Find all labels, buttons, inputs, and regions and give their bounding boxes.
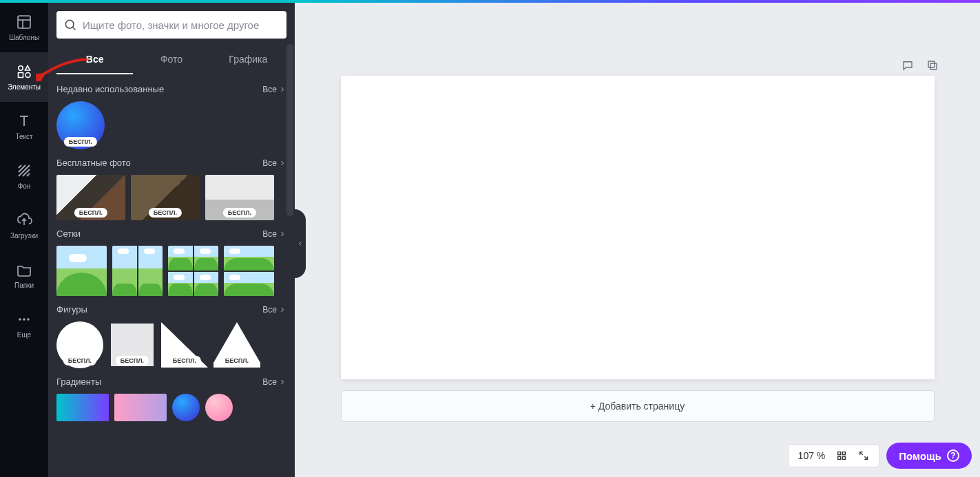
comments-icon[interactable] xyxy=(901,59,914,72)
svg-point-16 xyxy=(27,318,29,320)
add-page-button[interactable]: + Добавить страницу xyxy=(341,390,935,422)
nav-uploads-label: Загрузки xyxy=(10,232,38,240)
help-button[interactable]: Помощь ? xyxy=(886,443,972,469)
nav-folders[interactable]: Папки xyxy=(0,251,48,300)
svg-line-18 xyxy=(73,28,76,30)
nav-background[interactable]: Фон xyxy=(0,151,48,201)
section-free-photos-title: Бесплатные фото xyxy=(56,158,131,168)
gradient-item-1[interactable] xyxy=(56,394,109,421)
nav-text[interactable]: Текст xyxy=(0,102,48,151)
nav-text-label: Текст xyxy=(15,133,32,140)
panel-scroll[interactable]: Недавно использованные Все БЕСПЛ. Бесп xyxy=(48,74,295,477)
grid-thumb xyxy=(56,246,107,296)
gradient-thumb xyxy=(114,394,167,421)
help-icon: ? xyxy=(947,449,959,462)
chevron-right-icon xyxy=(278,159,286,167)
photo-item-1[interactable]: БЕСПЛ. xyxy=(56,175,125,220)
svg-rect-20 xyxy=(928,61,935,67)
free-badge: БЕСПЛ. xyxy=(116,356,149,365)
free-badge: БЕСПЛ. xyxy=(220,356,253,365)
grid-item-2[interactable] xyxy=(112,246,163,296)
svg-rect-22 xyxy=(843,452,846,455)
nav-more[interactable]: Еще xyxy=(0,300,48,350)
collapse-panel-button[interactable] xyxy=(295,209,306,278)
text-icon xyxy=(16,113,32,129)
photo-item-2[interactable]: БЕСПЛ. xyxy=(131,175,200,220)
svg-rect-0 xyxy=(18,16,30,28)
page-toolbar xyxy=(901,59,939,72)
search-input[interactable] xyxy=(83,19,280,31)
section-free-photos: Бесплатные фото Все БЕСПЛ. БЕСПЛ. БЕСПЛ. xyxy=(56,158,286,220)
svg-point-3 xyxy=(19,66,23,70)
free-badge: БЕСПЛ. xyxy=(168,356,201,365)
tab-graphics[interactable]: Графика xyxy=(210,47,286,74)
nav-uploads[interactable]: Загрузки xyxy=(0,201,48,251)
gradient-thumb xyxy=(56,394,109,421)
chevron-right-icon xyxy=(278,306,286,314)
page-canvas[interactable] xyxy=(341,76,935,379)
duplicate-icon[interactable] xyxy=(926,59,939,72)
nav-background-label: Фон xyxy=(18,182,31,190)
section-recent-title: Недавно использованные xyxy=(56,84,164,94)
section-gradients-title: Градиенты xyxy=(56,377,101,387)
gradient-thumb xyxy=(205,394,233,421)
svg-marker-4 xyxy=(25,66,30,71)
free-badge: БЕСПЛ. xyxy=(74,208,107,218)
svg-rect-23 xyxy=(838,456,841,459)
section-shapes-all[interactable]: Все xyxy=(262,305,286,315)
nav-elements[interactable]: Элементы xyxy=(0,52,48,102)
svg-rect-19 xyxy=(930,63,937,70)
free-badge: БЕСПЛ. xyxy=(63,356,96,365)
section-shapes-title: Фигуры xyxy=(56,304,87,315)
more-icon xyxy=(16,311,32,328)
section-shapes: Фигуры Все БЕСПЛ. БЕСПЛ. БЕСПЛ. БЕСПЛ. xyxy=(56,304,286,368)
templates-icon xyxy=(16,14,32,30)
grid-item-1[interactable] xyxy=(56,246,107,296)
svg-point-15 xyxy=(23,318,25,320)
grid-view-icon[interactable] xyxy=(836,450,847,461)
shape-right-triangle[interactable]: БЕСПЛ. xyxy=(161,321,208,368)
elements-panel: Все Фото Графика Недавно использованные … xyxy=(48,3,295,477)
photo-item-3[interactable]: БЕСПЛ. xyxy=(205,175,274,220)
background-icon xyxy=(16,162,32,179)
search-icon xyxy=(63,18,77,32)
section-gradients: Градиенты Все xyxy=(56,377,286,421)
nav-templates[interactable]: Шаблоны xyxy=(0,3,48,52)
shape-circle[interactable]: БЕСПЛ. xyxy=(56,321,103,368)
shape-square[interactable]: БЕСПЛ. xyxy=(109,321,156,368)
section-recent: Недавно использованные Все БЕСПЛ. xyxy=(56,84,286,149)
gradient-item-3[interactable] xyxy=(172,394,200,421)
grid-item-4[interactable] xyxy=(224,246,274,296)
section-grids-title: Сетки xyxy=(56,229,81,239)
svg-rect-24 xyxy=(843,456,846,459)
help-label: Помощь xyxy=(899,450,941,462)
grid-item-3[interactable] xyxy=(168,246,218,296)
svg-line-12 xyxy=(27,173,30,176)
folders-icon xyxy=(16,262,32,278)
search-input-wrap[interactable] xyxy=(56,11,286,39)
fullscreen-icon[interactable] xyxy=(858,450,869,461)
section-recent-all[interactable]: Все xyxy=(262,85,286,94)
section-free-photos-all[interactable]: Все xyxy=(262,158,286,168)
zoom-control[interactable]: 107 % xyxy=(788,444,880,467)
section-gradients-all[interactable]: Все xyxy=(262,377,286,387)
section-grids-all[interactable]: Все xyxy=(262,229,286,239)
chevron-right-icon xyxy=(278,378,286,386)
gradient-item-2[interactable] xyxy=(114,394,167,421)
svg-rect-21 xyxy=(838,452,841,455)
free-badge: БЕСПЛ. xyxy=(64,137,97,147)
svg-line-10 xyxy=(19,165,21,168)
chevron-right-icon xyxy=(278,230,286,238)
free-badge: БЕСПЛ. xyxy=(223,208,256,218)
section-grids: Сетки Все xyxy=(56,229,286,296)
svg-rect-5 xyxy=(19,73,23,78)
tab-all[interactable]: Все xyxy=(56,47,133,74)
nav-elements-label: Элементы xyxy=(8,83,41,91)
tab-photo[interactable]: Фото xyxy=(133,47,209,74)
gradient-item-4[interactable] xyxy=(205,394,233,421)
recent-item-1[interactable]: БЕСПЛ. xyxy=(56,101,105,149)
nav-rail: Шаблоны Элементы Текст Фон Загрузки Папк… xyxy=(0,3,48,477)
canvas-area[interactable]: + Добавить страницу 107 % Помощь ? xyxy=(295,3,980,477)
shape-triangle[interactable]: БЕСПЛ. xyxy=(213,321,260,368)
free-badge: БЕСПЛ. xyxy=(149,208,182,218)
